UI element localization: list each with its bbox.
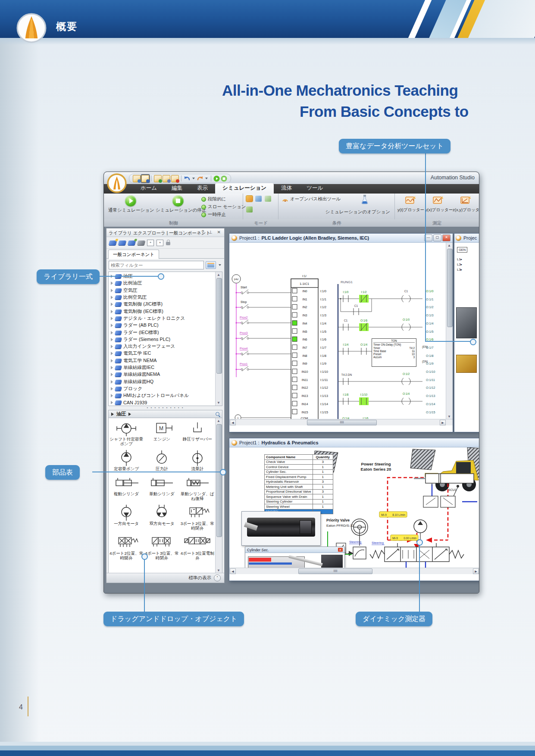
component-table-row[interactable]: Sequence Valve with Drain1 xyxy=(265,494,333,500)
mode-icon-1[interactable] xyxy=(246,196,253,202)
open-library-icon[interactable] xyxy=(118,241,126,245)
preview-document-icon[interactable] xyxy=(133,175,141,182)
mode-icon-2[interactable] xyxy=(255,196,262,202)
palette-item-reservoir[interactable]: 静圧リザーバー xyxy=(180,420,215,446)
component-table-row[interactable]: Fixed Displacement Pump1 xyxy=(265,475,333,480)
expand-arrow-icon[interactable] xyxy=(111,317,113,320)
app-corner-logo[interactable] xyxy=(107,173,127,193)
dynamic-meter-badge-2[interactable]: MI-9 0.00 L/min xyxy=(391,535,418,540)
tree-scrollbar[interactable]: ▲ ▼ xyxy=(215,272,222,406)
component-table-row[interactable]: Proportional Directional Valve3 xyxy=(265,489,333,494)
palette-item-valve-43-solenoid[interactable]: 4ポート3位置電制弁 xyxy=(180,534,215,560)
scroll-thumb[interactable]: ⦀⦀⦀ xyxy=(298,569,372,574)
mode-icon-4[interactable] xyxy=(246,206,253,212)
expand-arrow-icon[interactable] xyxy=(111,380,113,384)
ribbon-tab[interactable]: ホーム xyxy=(133,183,164,194)
scroll-down-icon[interactable]: ▼ xyxy=(216,401,221,405)
library-tree-item[interactable]: デジタル・エレクトロニクス xyxy=(109,315,215,322)
library-tree-item[interactable]: HMIおよびコントロールパネル xyxy=(109,392,215,399)
undo-icon[interactable] xyxy=(184,175,191,181)
expand-arrow-icon[interactable] xyxy=(111,345,113,348)
expand-arrow-icon[interactable] xyxy=(111,324,113,327)
zxy-plotter-button[interactable]: z(x,y)プロッター xyxy=(453,195,479,213)
document-properties-icon[interactable] xyxy=(141,175,149,182)
palette-item-fixed-pump[interactable]: 定容量ポンプ xyxy=(109,450,144,471)
plc-canvas[interactable]: 24V Start Stop Prox2 Prox3 Prox4 Prox1 xyxy=(229,243,453,425)
undo-dropdown-caret[interactable] xyxy=(192,178,195,179)
open-project-icon[interactable] xyxy=(154,175,162,182)
component-table-row[interactable]: Cylinder Sec.1 xyxy=(265,469,333,475)
palette-scrollbar[interactable]: ▲ ▼ xyxy=(215,418,222,573)
scroll-down-icon[interactable]: ▼ xyxy=(447,415,451,419)
library-tree-item[interactable]: 単線結線図IEC xyxy=(109,364,215,371)
expand-arrow-icon[interactable] xyxy=(111,387,113,390)
expand-arrow-icon[interactable] xyxy=(111,338,113,341)
expand-arrow-icon[interactable] xyxy=(111,352,113,355)
scroll-up-icon[interactable]: ▲ xyxy=(216,273,221,277)
palette-item-uni-motor[interactable]: 一方向モータ xyxy=(109,504,144,531)
palette-header[interactable]: 油圧 xyxy=(108,410,222,418)
cylinder-3d-photo[interactable] xyxy=(241,511,321,546)
redo-icon[interactable] xyxy=(197,175,203,181)
hydraulics-canvas[interactable]: Component Name Quantity Check Valve3Cont… xyxy=(229,447,479,574)
library-tree-item[interactable]: 空気圧 xyxy=(109,287,215,294)
scroll-thumb[interactable] xyxy=(216,278,222,374)
palette-item-engine[interactable]: M エンジン xyxy=(144,420,179,446)
filter-dropdown-caret[interactable] xyxy=(219,264,221,266)
scroll-thumb[interactable] xyxy=(447,249,453,327)
ribbon-tab[interactable]: 表示 xyxy=(190,183,215,194)
ribbon-tab[interactable]: ツール xyxy=(299,183,330,194)
library-tree-item[interactable]: 単線結線図HQ xyxy=(109,378,215,385)
yx-plotter-button[interactable]: y(x)プロッター xyxy=(425,195,451,213)
plc-window-titlebar[interactable]: Project1 : PLC Ladder Logic (Allen Bradl… xyxy=(229,234,453,243)
library-tree-item[interactable]: 電気制御 (IEC標準) xyxy=(109,308,215,315)
new-library-icon[interactable] xyxy=(109,241,117,245)
palette-item-double-cylinder[interactable]: 複動シリンダ xyxy=(109,475,144,501)
expand-arrow-icon[interactable] xyxy=(111,394,113,397)
hydraulics-hscrollbar[interactable]: ◀ ▶ ⦀⦀⦀ xyxy=(229,568,479,574)
side-window-titlebar[interactable]: Projec xyxy=(454,234,479,243)
component-table-row[interactable]: Metering Unit with Shaft1 xyxy=(265,484,333,490)
expand-arrow-icon[interactable] xyxy=(111,401,113,404)
library-tree-item[interactable]: ラダー (Siemens PLC) xyxy=(109,336,215,343)
quick-play-icon[interactable] xyxy=(213,175,220,182)
panel-splitter[interactable]: • • • • • • • • • • xyxy=(106,406,224,410)
stop-simulation-button[interactable]: シミュレーションの停止 xyxy=(156,194,200,213)
palette-item-flow-meter[interactable]: 流量計 xyxy=(180,450,215,471)
library-tree-item[interactable]: 電気制御 (JIC標準) xyxy=(109,301,215,308)
scroll-right-icon[interactable]: ▶ xyxy=(473,569,479,574)
close-project-icon[interactable] xyxy=(171,175,179,182)
mode-icon-3[interactable] xyxy=(265,196,271,202)
expand-arrow-icon[interactable] xyxy=(111,359,113,362)
library-tree-item[interactable]: 電気工学 NEMA xyxy=(109,357,215,364)
plc-hscrollbar[interactable]: ◀ ▶ ⦀⦀⦀ xyxy=(229,419,453,425)
scroll-up-icon[interactable]: ▲ xyxy=(216,419,221,423)
dynamic-meter-badge-1[interactable]: MI-9 8.10 L/min xyxy=(379,512,407,517)
expand-arrow-icon[interactable] xyxy=(111,366,113,369)
library-tree-item[interactable]: ラダー (AB PLC) xyxy=(109,322,215,329)
palette-item-bi-motor[interactable]: 双方向モータ xyxy=(144,504,179,531)
library-tree-item[interactable]: 比例空気圧 xyxy=(109,294,215,301)
collapse-footer-icon[interactable]: ⌃ xyxy=(214,575,221,581)
close-library-icon[interactable] xyxy=(137,241,145,245)
component-table-row[interactable]: Hydrostatic Reservoir3 xyxy=(265,479,333,484)
ton-timer-block[interactable]: TON Timer ON-Delay (TON) TimerT4:2Time B… xyxy=(372,338,416,367)
palette-search-icon[interactable] xyxy=(215,412,220,417)
component-table-row[interactable]: Steering Cylinder1 xyxy=(265,499,333,504)
hydraulics-window-titlebar[interactable]: Project1 : Hydraulics & Pneumatics xyxy=(229,438,479,447)
component-table[interactable]: Component Name Quantity Check Valve3Cont… xyxy=(264,454,333,514)
simulation-options-icon[interactable] xyxy=(360,194,369,205)
expand-arrow-icon[interactable] xyxy=(111,281,113,285)
app-titlebar[interactable]: Automation Studio xyxy=(104,172,479,184)
expand-tree-icon[interactable]: + xyxy=(147,240,154,246)
yt-plotter-button[interactable]: y(t)プロッター xyxy=(397,195,423,213)
component-table-row[interactable]: Control Device1 xyxy=(265,465,333,470)
pause-button[interactable]: 一時停止 xyxy=(201,212,226,218)
expand-arrow-icon[interactable] xyxy=(111,331,113,334)
ribbon-tab[interactable]: 編集 xyxy=(164,183,190,194)
plc-vscrollbar[interactable]: ▲ ▼ xyxy=(446,243,453,419)
quick-stop-icon[interactable] xyxy=(221,175,227,182)
palette-item-single-cylinder[interactable]: 単動シリンダ xyxy=(144,475,179,501)
palette-back-icon[interactable] xyxy=(111,412,114,416)
library-tree-item[interactable]: 単線結線図NEMA xyxy=(109,371,215,378)
